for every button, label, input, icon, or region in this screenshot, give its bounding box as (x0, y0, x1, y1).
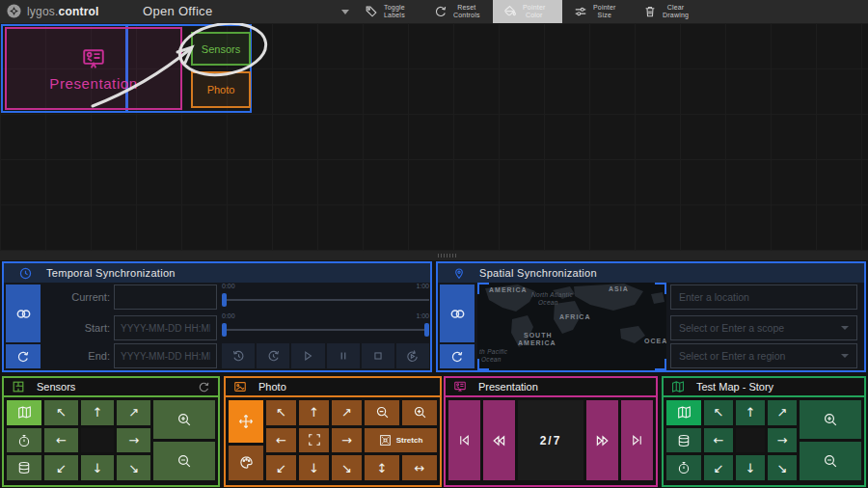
map-label-south-america-2: AMERICA (518, 339, 556, 346)
pan-down-left-button[interactable]: ↙ (704, 455, 733, 480)
pointer-size-button[interactable]: PointerSize (574, 0, 616, 23)
zoom-out-icon (823, 453, 838, 469)
replay-button[interactable] (396, 343, 429, 368)
pan-left-button[interactable]: ← (704, 428, 733, 453)
photo-move-up-button[interactable]: ↑ (299, 400, 329, 425)
sensors-map-mode-button[interactable] (7, 400, 41, 425)
reset-controls-button[interactable]: ResetControls (434, 0, 480, 23)
current-time-slider[interactable]: 0:00 1:00 (222, 283, 429, 308)
slider-track[interactable] (222, 329, 429, 331)
previous-slide-button[interactable] (483, 400, 515, 480)
reset-icon (450, 350, 464, 364)
time-step-forward-button[interactable] (257, 343, 289, 368)
pan-down-right-button[interactable]: ↘ (768, 455, 797, 480)
scope-select[interactable]: Select or Enter a scope (670, 315, 857, 340)
clear-drawing-button[interactable]: ClearDrawing (643, 0, 689, 23)
start-time-input[interactable] (114, 315, 217, 340)
sliders-icon (574, 5, 587, 18)
photo-zoom-in-button[interactable] (402, 400, 437, 425)
photo-color-mode-button[interactable] (229, 446, 263, 480)
testmap-layers-button[interactable] (666, 428, 701, 453)
stretch-label: Stretch (396, 436, 423, 445)
time-range-slider[interactable]: 0:00 1:00 (222, 312, 429, 338)
testmap-time-mode-button[interactable] (666, 455, 701, 480)
testmap-pad-title: Test Map - Story (696, 381, 773, 393)
photo-move-down-left-button[interactable]: ↙ (266, 455, 296, 480)
canvas-sensors-box[interactable]: Sensors (191, 32, 251, 66)
pan-up-right-button[interactable]: ↗ (768, 400, 797, 425)
pan-right-button[interactable]: → (117, 428, 150, 453)
canvas-presentation-box[interactable]: Presentation (5, 27, 182, 110)
pan-left-button[interactable]: ← (44, 428, 78, 453)
presentation-pad-header: Presentation (446, 378, 656, 397)
pause-button[interactable] (327, 343, 360, 368)
photo-move-left-button[interactable]: ← (266, 428, 296, 453)
map-label-africa: AFRICA (559, 313, 590, 320)
location-input[interactable]: Enter a location (670, 285, 857, 310)
photo-move-up-left-button[interactable]: ↖ (266, 400, 296, 425)
pan-right-button[interactable]: → (768, 428, 797, 453)
sensors-time-mode-button[interactable] (7, 428, 41, 453)
photo-scale-horizontal-button[interactable]: ↔ (402, 455, 437, 480)
temporal-reset-button[interactable] (6, 344, 41, 368)
region-select[interactable]: Select or Enter a region (670, 343, 857, 368)
sensors-pad-reset-button[interactable] (198, 381, 210, 393)
end-time-input[interactable] (114, 343, 217, 368)
scene-dropdown-caret-icon[interactable] (341, 10, 349, 14)
arrow-nw-icon: ↖ (56, 405, 67, 420)
pan-up-right-button[interactable]: ↗ (117, 400, 150, 425)
scene-canvas[interactable]: Presentation Sensors Photo (0, 23, 868, 251)
first-slide-button[interactable] (448, 400, 480, 480)
pan-up-button[interactable]: ↑ (736, 400, 765, 425)
world-map[interactable]: AMERICA North Atlantic Ocean ASIA AFRICA… (477, 283, 666, 370)
pan-up-button[interactable]: ↑ (81, 400, 115, 425)
palette-icon (239, 455, 254, 470)
pan-down-button[interactable]: ↓ (736, 455, 765, 480)
spatial-link-toggle-button[interactable] (440, 285, 475, 342)
temporal-link-toggle-button[interactable] (6, 285, 41, 342)
skip-first-icon (457, 433, 472, 447)
next-slide-button[interactable] (586, 400, 618, 480)
panel-resize-divider[interactable] (0, 251, 868, 260)
pointer-color-button[interactable]: PointerColor (493, 0, 562, 23)
scene-title[interactable]: Open Office (143, 4, 212, 18)
spatial-reset-button[interactable] (440, 344, 475, 368)
current-time-input[interactable] (114, 285, 217, 310)
testmap-map-mode-button[interactable] (666, 400, 701, 425)
photo-fit-button[interactable] (299, 428, 329, 453)
time-step-back-button[interactable] (222, 343, 255, 368)
rewind-icon (491, 433, 506, 448)
range-end-thumb[interactable] (424, 323, 429, 337)
pan-up-left-button[interactable]: ↖ (704, 400, 733, 425)
pan-down-right-button[interactable]: ↘ (117, 455, 150, 480)
photo-scale-vertical-button[interactable]: ↕ (365, 455, 399, 480)
range-start-thumb[interactable] (222, 323, 227, 337)
photo-move-mode-button[interactable] (229, 400, 263, 443)
divider-drag-handle[interactable] (438, 254, 456, 258)
photo-move-right-button[interactable]: → (332, 428, 362, 453)
fit-frame-icon (308, 433, 321, 447)
arrow-right-icon: → (341, 433, 352, 447)
zoom-out-button[interactable] (153, 442, 215, 480)
photo-move-down-right-button[interactable]: ↘ (332, 455, 362, 480)
photo-move-up-right-button[interactable]: ↗ (332, 400, 362, 425)
pan-down-left-button[interactable]: ↙ (44, 455, 78, 480)
photo-move-down-button[interactable]: ↓ (299, 455, 329, 480)
play-button[interactable] (291, 343, 324, 368)
toggle-labels-button[interactable]: ToggleLabels (365, 0, 405, 23)
stop-button[interactable] (362, 343, 394, 368)
sensors-layers-button[interactable] (7, 455, 41, 480)
slider-track[interactable] (222, 299, 429, 301)
zoom-in-button[interactable] (153, 400, 215, 439)
zoom-out-button[interactable] (800, 442, 861, 480)
photo-stretch-button[interactable]: Stretch (365, 428, 437, 453)
pan-down-button[interactable]: ↓ (81, 455, 115, 480)
last-slide-button[interactable] (621, 400, 653, 480)
pan-up-left-button[interactable]: ↖ (44, 400, 78, 425)
map-label-south-america-1: SOUTH (524, 332, 553, 339)
arrow-horizontal-icon: ↔ (415, 461, 425, 475)
photo-zoom-out-button[interactable] (365, 400, 399, 425)
canvas-photo-box[interactable]: Photo (191, 71, 251, 108)
slider-thumb[interactable] (222, 293, 227, 307)
zoom-in-button[interactable] (800, 400, 861, 439)
